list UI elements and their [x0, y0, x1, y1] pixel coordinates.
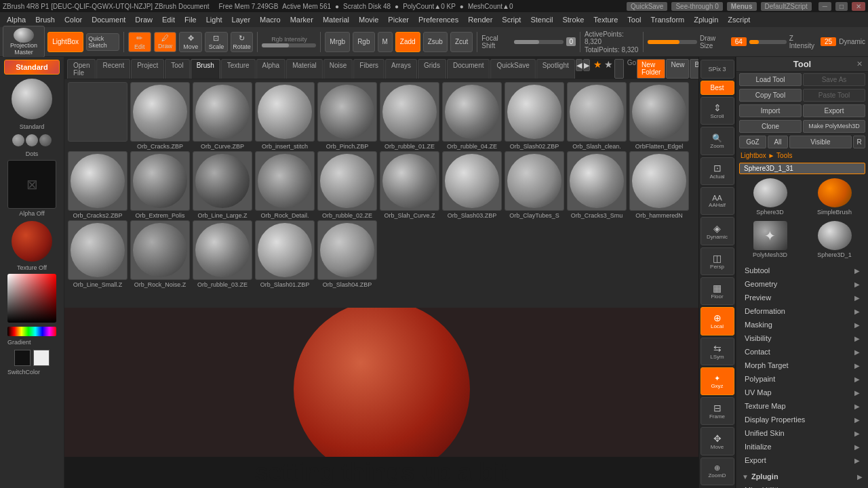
brush-dot-1[interactable] — [12, 134, 24, 146]
menu-preferences[interactable]: Preferences — [414, 14, 462, 25]
draw-btn[interactable]: 🖊Draw — [154, 32, 177, 52]
sphere3d1-thumb[interactable]: Sphere3D_1 — [816, 221, 853, 258]
tab-material[interactable]: Material — [286, 59, 323, 79]
quick-sketch-btn[interactable]: Quick Sketch — [86, 33, 119, 51]
texture-map-item[interactable]: Texture Map ▶ — [736, 399, 868, 413]
menu-render[interactable]: Render — [464, 14, 496, 25]
menu-edit[interactable]: Edit — [158, 14, 179, 25]
geometry-item[interactable]: Geometry ▶ — [736, 277, 868, 291]
edit-btn[interactable]: ✏Edit — [128, 32, 151, 52]
draw-size-val[interactable]: 64 — [731, 37, 747, 46]
tab-arrays[interactable]: Arrays — [385, 59, 417, 79]
default-zscript-btn[interactable]: DefaultZScript — [761, 2, 812, 11]
menu-macro[interactable]: Macro — [256, 14, 285, 25]
focal-shift-val[interactable]: 0 — [566, 37, 576, 46]
masking-item[interactable]: Masking ▶ — [736, 318, 868, 331]
paste-tool-btn[interactable]: Paste Tool — [803, 89, 865, 102]
menu-stencil[interactable]: Stencil — [526, 14, 557, 25]
z-intensity-slider[interactable] — [749, 40, 787, 44]
menu-script[interactable]: Script — [498, 14, 525, 25]
tab-texture[interactable]: Texture — [221, 59, 256, 79]
texture-preview[interactable] — [12, 221, 52, 262]
tab-tool[interactable]: Tool — [165, 59, 189, 79]
unified-skin-item[interactable]: Unified Skin ▶ — [736, 426, 868, 440]
initialize-item[interactable]: Initialize ▶ — [736, 440, 868, 453]
menu-brush[interactable]: Brush — [31, 14, 59, 25]
scale-btn[interactable]: ⊡Scale — [205, 32, 228, 52]
menu-light[interactable]: Light — [202, 14, 226, 25]
visibility-item[interactable]: Visibility ▶ — [736, 331, 868, 345]
scroll-btn[interactable]: ⇕ Scroll — [701, 97, 734, 125]
misc-utilities-item[interactable]: Misc Utilities ▶ — [736, 483, 868, 488]
m-btn[interactable]: M — [378, 32, 393, 52]
menu-picker[interactable]: Picker — [384, 14, 413, 25]
tab-fibers[interactable]: Fibers — [353, 59, 384, 79]
polymesh3d-thumb[interactable]: ✦ PolyMesh3D — [751, 221, 789, 258]
visible-btn[interactable]: Visible — [789, 136, 852, 148]
contact-item[interactable]: Contact ▶ — [736, 345, 868, 359]
menu-material[interactable]: Material — [319, 14, 353, 25]
export-btn[interactable]: Export — [803, 104, 865, 117]
zsub-btn[interactable]: Zsub — [423, 32, 448, 52]
preview-item[interactable]: Preview ▶ — [736, 291, 868, 304]
floor-btn[interactable]: ▦ Floor — [701, 277, 734, 305]
r-btn[interactable]: R — [853, 136, 865, 148]
menu-document[interactable]: Document — [87, 14, 130, 25]
zadd-btn[interactable]: Zadd — [395, 32, 420, 52]
rgb-btn[interactable]: Rgb — [353, 32, 374, 52]
alpha-preview[interactable]: ⊠ — [7, 160, 56, 209]
polypaint-item[interactable]: Polypaint ▶ — [736, 372, 868, 386]
tab-spotlight[interactable]: Spotlight — [536, 59, 575, 79]
lightbox-btn[interactable]: LightBox — [47, 32, 83, 52]
zoom-btn[interactable]: 🔍 Zoom — [701, 127, 734, 155]
best-toggle-btn[interactable]: Best — [701, 81, 734, 96]
menus-btn[interactable]: Menus — [727, 2, 757, 11]
background-color[interactable] — [33, 350, 50, 366]
load-tool-btn[interactable]: Load Tool — [739, 73, 802, 86]
menu-transform[interactable]: Transform — [647, 14, 689, 25]
menu-marker[interactable]: Marker — [286, 14, 317, 25]
menu-zscript[interactable]: Zscript — [724, 14, 754, 25]
zplugin-section[interactable]: ▼ Zplugin ▶ — [736, 470, 868, 483]
focal-shift-slider[interactable] — [514, 40, 564, 44]
see-through[interactable]: See-through 0 — [671, 2, 722, 11]
draw-size-slider[interactable] — [648, 40, 697, 44]
make-polymesh-btn[interactable]: Make PolyMesh3D — [803, 120, 865, 133]
tab-brush[interactable]: Brush — [191, 59, 220, 79]
sphere3d-thumb[interactable]: Sphere3D — [751, 178, 789, 216]
local-btn[interactable]: ⊕ Local — [701, 307, 734, 335]
persp-btn[interactable]: ◫ Persp — [701, 247, 734, 275]
switch-color-label[interactable]: SwitchColor — [7, 369, 56, 375]
brush-dot-3[interactable] — [39, 134, 52, 146]
menu-file[interactable]: File — [180, 14, 201, 25]
menu-texture[interactable]: Texture — [589, 14, 622, 25]
tab-document[interactable]: Document — [447, 59, 490, 79]
menu-layer[interactable]: Layer — [228, 14, 255, 25]
best-btn[interactable]: Best — [690, 59, 698, 79]
save-as-btn[interactable]: Save As — [803, 73, 865, 86]
clone-btn[interactable]: Clone — [739, 120, 802, 133]
lightbox-tools-link[interactable]: Lightbox ► Tools — [736, 150, 868, 161]
simplebrush-thumb[interactable]: SimpleBrush — [816, 178, 853, 216]
actual-btn[interactable]: ⊡ Actual — [701, 157, 734, 185]
menu-tool[interactable]: Tool — [623, 14, 645, 25]
dynamic-label[interactable]: Dynamic — [839, 38, 865, 45]
morph-target-item[interactable]: Morph Target ▶ — [736, 359, 868, 372]
brush-dot-2[interactable] — [26, 134, 38, 146]
goz-btn[interactable]: GoZ — [739, 136, 766, 148]
zoomd-btn[interactable]: ⊕ ZoomD — [701, 458, 734, 485]
menu-draw[interactable]: Draw — [131, 14, 157, 25]
import-btn[interactable]: Import — [739, 104, 802, 117]
gxyz-btn[interactable]: ✦ Gxyz — [701, 367, 734, 395]
menu-movie[interactable]: Movie — [355, 14, 382, 25]
star-btn[interactable]: ★ — [593, 59, 602, 79]
export-item[interactable]: Export ▶ — [736, 453, 868, 467]
projection-master-btn[interactable]: Projection Master — [3, 26, 45, 58]
aahalf-btn[interactable]: AA AAHalf — [701, 187, 734, 215]
tab-alpha[interactable]: Alpha — [256, 59, 286, 79]
tab-grids[interactable]: Grids — [418, 59, 446, 79]
menu-stroke[interactable]: Stroke — [558, 14, 588, 25]
mrgb-btn[interactable]: Mrgb — [325, 32, 350, 52]
search-input[interactable] — [614, 59, 624, 79]
tab-quicksave[interactable]: QuickSave — [490, 59, 535, 79]
